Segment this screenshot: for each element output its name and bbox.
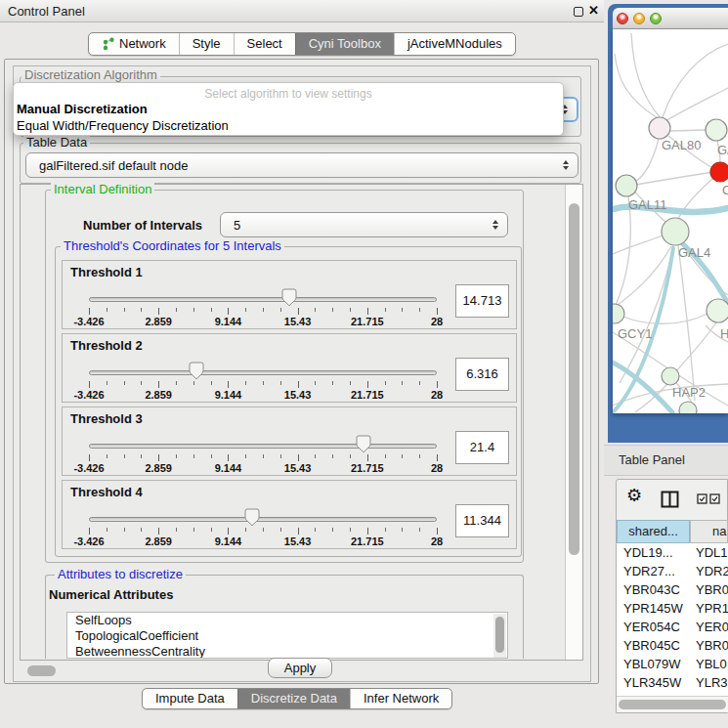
cell[interactable]: YLR345W xyxy=(623,673,681,692)
column-header-shared-name[interactable]: shared... xyxy=(617,520,690,543)
dropdown-option-manual-discretization[interactable]: Manual Discretization xyxy=(17,102,549,116)
cell[interactable]: YBR0 xyxy=(696,580,728,599)
tab-infer-network[interactable]: Infer Network xyxy=(350,689,451,708)
threshold-slider-track[interactable] xyxy=(89,370,437,375)
app-root: Control Panel ✕ Network Style Select Cyn… xyxy=(0,0,728,728)
node-selected-red[interactable] xyxy=(710,162,728,182)
minimize-traffic-light-icon[interactable] xyxy=(633,13,645,24)
scrollbar-thumb[interactable] xyxy=(569,203,579,555)
scrollbar-thumb[interactable] xyxy=(619,700,726,709)
table-row[interactable]: YPR145WYPR1 xyxy=(617,599,728,618)
tab-cyni-toolbox[interactable]: Cyni Toolbox xyxy=(295,33,394,55)
slider-major-ticks xyxy=(89,381,439,388)
node-gcy1[interactable] xyxy=(613,304,624,323)
table-row[interactable]: YLR345WYLR3 xyxy=(617,673,728,692)
tab-impute-data[interactable]: Impute Data xyxy=(143,689,237,708)
column-header-name[interactable]: na xyxy=(690,520,728,543)
numerical-attributes-heading: Numerical Attributes xyxy=(49,587,173,602)
table-horizontal-scrollbar[interactable] xyxy=(617,696,728,712)
node-top-right[interactable] xyxy=(706,119,727,141)
cell[interactable]: YBR045C xyxy=(623,636,680,655)
table-row[interactable]: YBR043CYBR0 xyxy=(617,580,728,599)
scale-label: 2.859 xyxy=(145,316,172,327)
node-hap2[interactable] xyxy=(662,367,679,385)
scale-label: 9.144 xyxy=(215,316,242,327)
threshold-slider-track[interactable] xyxy=(89,297,437,302)
node-gal11[interactable] xyxy=(616,175,637,196)
tab-label: jActiveMNodules xyxy=(407,33,502,55)
cell[interactable]: YDL1 xyxy=(696,543,728,562)
node-bottom[interactable] xyxy=(679,402,697,413)
group-label-thresholds: Threshold's Coordinates for 5 Intervals xyxy=(61,239,284,253)
node-label: C xyxy=(722,183,728,197)
tab-discretize-data[interactable]: Discretize Data xyxy=(237,689,350,708)
table-row[interactable]: YER054CYER0 xyxy=(617,618,728,636)
close-traffic-light-icon[interactable] xyxy=(617,13,628,24)
cell[interactable]: YBR043C xyxy=(623,580,680,599)
float-window-icon[interactable] xyxy=(574,7,583,17)
vertical-scrollbar[interactable] xyxy=(565,185,582,660)
list-item[interactable]: TopologicalCoefficient xyxy=(67,628,507,644)
table-row[interactable]: YDL19...YDL1 xyxy=(617,543,728,562)
node-gal80[interactable] xyxy=(649,117,670,139)
threshold-row-3: Threshold 3 -3.426 2.859 9.144 15.43 21.… xyxy=(62,407,517,476)
node-label: H xyxy=(720,326,728,341)
tab-network[interactable]: Network xyxy=(89,33,179,55)
cell[interactable]: YDL19... xyxy=(623,543,673,562)
list-item[interactable]: SelfLoops xyxy=(67,613,507,628)
cell[interactable]: YPR1 xyxy=(696,599,728,618)
threshold-slider-handle[interactable] xyxy=(244,508,260,527)
threshold-value-field[interactable]: 14.713 xyxy=(455,284,509,318)
threshold-slider-track[interactable] xyxy=(89,444,437,449)
network-canvas[interactable]: GAL80 GA GAL11 C GAL4 GCY1 H HAP2 xyxy=(613,29,728,413)
cell[interactable]: YBL0 xyxy=(696,655,727,673)
list-item[interactable]: BetweennessCentrality xyxy=(67,644,507,659)
scale-label: 28 xyxy=(431,316,443,327)
table-data-combo[interactable]: galFiltered.sif default node xyxy=(25,152,578,178)
cell[interactable]: YPR145W xyxy=(623,599,683,618)
node-label: GAL11 xyxy=(628,197,667,212)
tab-select[interactable]: Select xyxy=(234,33,295,55)
apply-button[interactable]: Apply xyxy=(268,658,332,678)
cell[interactable]: YBL079W xyxy=(623,655,681,673)
cell[interactable]: YDR27... xyxy=(623,562,675,580)
cell[interactable]: YER0 xyxy=(696,618,728,636)
split-columns-icon[interactable] xyxy=(661,491,679,509)
cell[interactable]: YBR0 xyxy=(696,636,728,655)
cell[interactable]: YLR3 xyxy=(696,673,728,692)
tab-jactivemnodules[interactable]: jActiveMNodules xyxy=(394,33,515,55)
number-of-intervals-spinner[interactable]: 5 xyxy=(220,212,508,237)
tab-label: Network xyxy=(119,33,166,55)
network-window-titlebar[interactable] xyxy=(613,8,728,29)
threshold-value-field[interactable]: 11.344 xyxy=(455,504,509,537)
threshold-value-field[interactable]: 21.4 xyxy=(455,431,509,464)
scale-label: 15.43 xyxy=(284,535,312,547)
node-right[interactable] xyxy=(707,299,728,322)
threshold-slider-track[interactable] xyxy=(89,517,437,522)
tab-label: Style xyxy=(193,33,221,55)
scrollbar-thumb[interactable] xyxy=(495,617,504,653)
checkbox-icon[interactable] xyxy=(709,493,720,504)
table-row[interactable]: YDR27...YDR2 xyxy=(617,562,728,580)
tab-style[interactable]: Style xyxy=(179,33,234,55)
threshold-slider-handle[interactable] xyxy=(356,435,371,453)
gear-icon[interactable]: ⚙ xyxy=(626,485,642,506)
dropdown-option-equal-width-frequency[interactable]: Equal Width/Frequency Discretization xyxy=(17,118,549,133)
zoom-traffic-light-icon[interactable] xyxy=(650,13,662,24)
threshold-slider-handle[interactable] xyxy=(281,288,297,307)
cell[interactable]: YER054C xyxy=(623,618,680,636)
checkbox-icon[interactable] xyxy=(697,493,707,504)
node-gal4[interactable] xyxy=(662,218,689,245)
table-row[interactable]: YBL079WYBL0 xyxy=(617,655,728,673)
group-label-interval-definition: Interval Definition xyxy=(51,183,154,196)
scale-label: 9.144 xyxy=(215,535,242,547)
close-icon[interactable]: ✕ xyxy=(588,3,599,18)
scale-label: 2.859 xyxy=(145,535,172,547)
scale-label: 15.43 xyxy=(284,462,312,474)
table-row[interactable]: YBR045CYBR0 xyxy=(617,636,728,655)
cell[interactable]: YDR2 xyxy=(696,562,728,580)
list-scrollbar[interactable] xyxy=(493,614,506,659)
threshold-value-field[interactable]: 6.316 xyxy=(455,358,509,391)
threshold-slider-handle[interactable] xyxy=(189,362,204,380)
horizontal-scrollbar-thumb[interactable] xyxy=(27,665,56,676)
